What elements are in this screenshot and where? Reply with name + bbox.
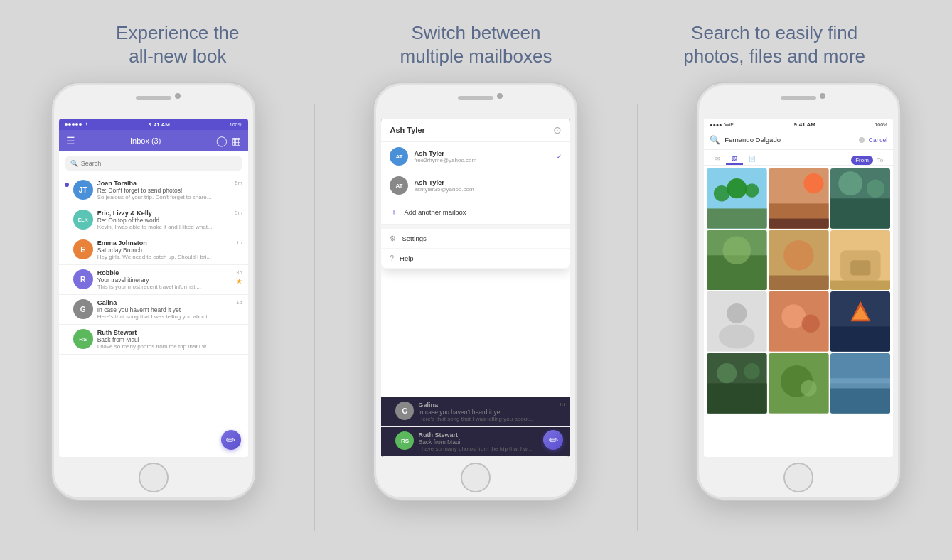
heading-3: Search to easily find photos, files and … <box>626 21 921 68</box>
email-item-emma[interactable]: E Emma Johnston Saturday Brunch Hey girl… <box>59 235 248 265</box>
subject-galina: In case you haven't heard it yet <box>97 306 232 313</box>
cancel-btn-3[interactable]: Cancel <box>869 136 887 144</box>
svg-rect-8 <box>769 219 829 229</box>
mailbox-name-1: Ash Tyler <box>414 149 550 157</box>
photo-cell-12[interactable] <box>830 353 891 414</box>
home-button-1[interactable] <box>139 463 169 492</box>
mailbox-item-2[interactable]: AT Ash Tyler ashtyler35@yahoo.com <box>381 171 570 200</box>
photo-cell-3[interactable] <box>830 168 891 229</box>
preview-robbie: This is your most recent travel informat… <box>97 284 232 290</box>
preview-ruth: I have so many photos from the trip that… <box>97 343 238 350</box>
dimmed-email-area: G Galina In case you haven't heard it ye… <box>381 397 570 457</box>
status-right: 100% <box>230 122 242 127</box>
mailbox-title: Ash Tyler <box>390 126 424 134</box>
compose-fab-1[interactable]: ✏ <box>221 430 241 450</box>
sender-joan: Joan Toralba <box>97 180 231 187</box>
email-item-joan[interactable]: JT Joan Toralba Re: Don't forget to send… <box>59 176 248 205</box>
search-input-1[interactable] <box>81 160 237 167</box>
photo-cell-7[interactable] <box>707 291 767 352</box>
email-content-joan: Joan Toralba Re: Don't forget to send ph… <box>97 180 231 200</box>
home-button-3[interactable] <box>783 463 813 492</box>
sender-galina: Galina <box>97 299 232 306</box>
to-btn[interactable]: To <box>873 156 887 165</box>
sender-robbie: Robbie <box>97 269 232 276</box>
meta-galina-dim: 1d <box>559 402 565 408</box>
photo-cell-9[interactable] <box>830 291 891 352</box>
svg-point-3 <box>727 178 747 198</box>
status-bar-1: ✦ 9:41 AM 100% <box>59 119 248 130</box>
svg-point-12 <box>866 180 884 198</box>
email-item-eric[interactable]: ELK Eric, Lizzy & Kelly Re: On top of th… <box>59 205 248 235</box>
settings-icon: ⚙ <box>390 235 396 242</box>
svg-point-7 <box>803 173 823 193</box>
email-item-robbie[interactable]: R Robbie Your travel itinerary This is y… <box>59 265 248 295</box>
phone-1: ✦ 9:41 AM 100% ☰ Inbox (3) ◯ ▦ 🔍 <box>50 82 257 501</box>
photo-cell-1[interactable] <box>707 168 767 229</box>
meta-robbie: 3h ★ <box>236 269 242 285</box>
help-label: Help <box>400 254 414 262</box>
svg-point-36 <box>744 363 760 379</box>
tab-photo[interactable]: 🖼 <box>726 154 743 165</box>
svg-point-15 <box>723 236 752 264</box>
email-item-ruth[interactable]: RS Ruth Stewart Back from Maui I have so… <box>59 325 248 355</box>
sender-ruth: Ruth Stewart <box>97 329 238 336</box>
tab-mail[interactable]: ✉ <box>710 154 726 165</box>
photo-cell-5[interactable] <box>769 230 829 291</box>
clear-icon[interactable] <box>859 137 865 143</box>
signal-dot <box>65 123 68 126</box>
photo-cell-10[interactable] <box>707 353 767 414</box>
add-icon: ＋ <box>390 206 398 218</box>
profile-icon[interactable]: ◯ <box>216 135 228 146</box>
email-item-galina[interactable]: G Galina In case you haven't heard it ye… <box>59 295 248 325</box>
side-button-left-2 <box>373 154 374 176</box>
meta-joan: 5m <box>235 180 242 186</box>
mailbox-header: Ash Tyler ⊙ <box>381 119 570 142</box>
menu-icon[interactable]: ☰ <box>66 135 75 146</box>
search-header-3: 🔍 Fernando Delgado Cancel <box>704 130 893 150</box>
subject-galina-dim: In case you haven't heard it yet <box>418 409 555 416</box>
help-icon: ? <box>390 254 394 262</box>
photo-cell-11[interactable] <box>769 353 829 414</box>
sender-emma: Emma Johnston <box>97 239 232 247</box>
headings-row: Experience the all-new look Switch betwe… <box>0 0 952 75</box>
photo-cell-8[interactable] <box>769 291 829 352</box>
side-button-right-3 <box>900 168 902 204</box>
photo-cell-6[interactable] <box>830 230 891 291</box>
battery-1: 100% <box>230 122 242 127</box>
signal-3: ●●●● <box>710 122 722 127</box>
tab-doc[interactable]: 📄 <box>743 154 761 165</box>
phones-row: ✦ 9:41 AM 100% ☰ Inbox (3) ◯ ▦ 🔍 <box>0 75 952 560</box>
svg-point-28 <box>801 315 819 333</box>
add-mailbox-btn[interactable]: ＋ Add another mailbox <box>381 200 570 225</box>
help-menu-item[interactable]: ? Help <box>381 249 570 269</box>
avatar-galina-dim: G <box>395 402 414 420</box>
from-btn[interactable]: From <box>851 156 873 165</box>
divider-2 <box>637 104 638 531</box>
side-button-right <box>255 168 257 204</box>
svg-rect-21 <box>850 260 870 275</box>
settings-menu-item[interactable]: ⚙ Settings <box>381 229 570 249</box>
avatar-robbie: R <box>73 269 93 289</box>
phone-2-screen: ✦ 9:41 AM 100% ☰ Inbox (3) ◯ ▦ <box>381 119 570 457</box>
search-bar-1[interactable]: 🔍 <box>65 156 242 171</box>
photo-cell-2[interactable] <box>769 168 829 229</box>
status-left-3: ●●●● WiFi <box>710 122 734 127</box>
header-actions: ◯ ▦ <box>216 135 241 146</box>
mailbox-item-1[interactable]: AT Ash Tyler free2rhyme@yahoo.com ✓ <box>381 142 570 171</box>
search-icon-1: 🔍 <box>70 160 78 167</box>
photo-cell-4[interactable] <box>707 230 767 291</box>
phone-2: ✦ 9:41 AM 100% ☰ Inbox (3) ◯ ▦ <box>373 82 579 501</box>
from-to-filter: From To <box>851 156 887 165</box>
status-left: ✦ <box>65 122 89 127</box>
compose-icon[interactable]: ▦ <box>232 135 241 146</box>
home-button-2[interactable] <box>461 463 491 492</box>
svg-point-11 <box>838 171 862 195</box>
svg-point-35 <box>717 363 737 383</box>
mailbox-name-2: Ash Tyler <box>414 178 562 186</box>
dimmed-email-ruth: RS Ruth Stewart Back from Maui I have so… <box>381 427 570 457</box>
close-overlay-icon[interactable]: ⊙ <box>553 124 562 136</box>
email-content-robbie: Robbie Your travel itinerary This is you… <box>97 269 232 290</box>
subject-emma: Saturday Brunch <box>97 247 232 254</box>
meta-emma: 1h <box>236 239 242 246</box>
dimmed-email-galina: G Galina In case you haven't heard it ye… <box>381 397 570 427</box>
